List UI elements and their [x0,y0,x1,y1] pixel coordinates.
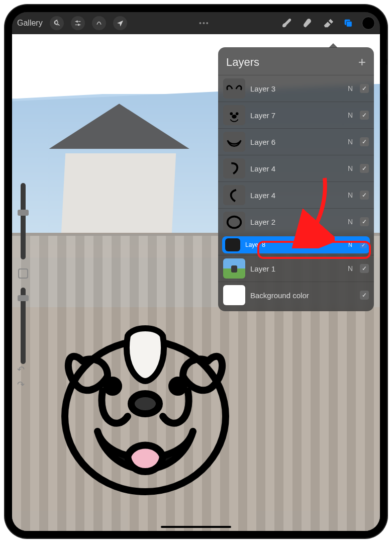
brush-icon[interactable] [281,17,295,30]
svg-point-10 [236,113,238,115]
layer-row[interactable]: Layer 8N [222,236,370,253]
actions-icon[interactable] [50,16,64,30]
selection-icon[interactable] [92,16,106,30]
layer-blend-mode[interactable]: N [346,111,355,119]
modify-button[interactable] [18,268,28,279]
layer-blend-mode[interactable]: N [346,164,355,172]
eraser-icon[interactable] [322,17,335,30]
layer-thumbnail[interactable] [225,238,240,251]
layer-visibility-checkbox[interactable] [360,241,367,248]
side-slider-panel [16,183,30,364]
svg-point-8 [131,394,159,414]
layer-name-label: Layer 2 [250,218,341,226]
home-indicator [161,526,231,528]
layers-panel-title: Layers [226,56,259,69]
layer-blend-mode[interactable]: N [346,138,355,146]
top-toolbar: Gallery ••• [12,12,380,34]
screen: Gallery ••• [12,12,380,531]
opacity-slider[interactable] [21,288,26,364]
layer-blend-mode[interactable]: N [346,264,355,273]
svg-point-12 [228,217,241,228]
layer-name-label: Layer 3 [250,84,341,93]
brush-size-slider[interactable] [21,183,26,259]
layer-row[interactable]: Layer 6N [218,128,374,155]
layer-visibility-checkbox[interactable] [360,137,369,146]
layer-visibility-checkbox[interactable] [360,291,369,300]
layer-name-label: Layer 8 [245,241,341,248]
layer-visibility-checkbox[interactable] [360,111,369,120]
layer-thumbnail[interactable] [223,258,245,279]
layer-visibility-checkbox[interactable] [360,191,369,200]
svg-point-6 [107,380,119,392]
redo-button[interactable]: ↷ [17,379,25,390]
layer-list: Layer 3NLayer 7NLayer 6NLayer 4NLayer 4N… [218,75,374,308]
layers-panel: Layers + Layer 3NLayer 7NLayer 6NLayer 4… [218,47,374,311]
undo-button[interactable]: ↶ [17,364,25,375]
layer-name-label: Layer 4 [250,164,341,173]
layer-row[interactable]: Layer 7N [218,102,374,128]
layer-blend-mode[interactable]: N [346,242,355,248]
power-button [386,39,387,59]
layer-thumbnail[interactable] [223,212,245,232]
layer-blend-mode[interactable]: N [346,84,355,93]
layer-thumbnail[interactable] [223,158,245,178]
transform-icon[interactable] [113,16,127,30]
layer-name-label: Layer 7 [250,111,341,120]
layer-thumbnail[interactable] [223,132,245,152]
color-picker-swatch[interactable] [362,17,375,30]
modify-menu-icon[interactable]: ••• [199,19,210,27]
layer-row[interactable]: Layer 1N [218,255,374,282]
layers-panel-header: Layers + [218,52,374,75]
opacity-thumb[interactable] [18,295,29,301]
svg-point-11 [232,115,236,118]
layer-blend-mode[interactable]: N [346,218,355,226]
layer-row[interactable]: Layer 2N [218,208,374,235]
volume-up-button [386,64,387,95]
svg-rect-4 [346,21,352,27]
layer-row[interactable]: Background color [218,282,374,308]
layer-thumbnail[interactable] [223,78,245,99]
canvas-house [61,153,176,234]
layer-visibility-checkbox[interactable] [360,217,369,226]
toolbar-left-group: Gallery [17,16,127,30]
layer-blend-mode[interactable]: N [346,191,355,199]
layer-visibility-checkbox[interactable] [360,164,369,173]
layer-visibility-checkbox[interactable] [360,84,369,93]
layer-thumbnail[interactable] [223,105,245,125]
layers-icon[interactable] [342,17,355,30]
layer-thumbnail[interactable] [223,285,245,305]
add-layer-button[interactable]: + [358,54,366,70]
undo-redo-group: ↶ ↷ [17,364,25,390]
ipad-frame: Gallery ••• [5,5,387,538]
volume-down-button [386,100,387,130]
layer-row[interactable]: Layer 4N [218,155,374,182]
toolbar-right-group [281,17,375,30]
layer-row[interactable]: Layer 3N [218,75,374,102]
layer-name-label: Layer 4 [250,191,341,200]
layer-visibility-checkbox[interactable] [360,264,369,273]
svg-point-7 [172,380,184,392]
gallery-button[interactable]: Gallery [17,19,43,28]
adjustments-icon[interactable] [71,16,85,30]
layer-name-label: Layer 1 [250,264,341,273]
layer-name-label: Background color [250,291,341,300]
layer-row[interactable]: Layer 4N [218,182,374,208]
brush-size-thumb[interactable] [18,210,29,216]
dog-drawing [52,316,238,502]
layer-thumbnail[interactable] [223,185,245,205]
layer-name-label: Layer 6 [250,138,341,146]
smudge-icon[interactable] [302,17,315,30]
svg-point-9 [230,113,232,115]
